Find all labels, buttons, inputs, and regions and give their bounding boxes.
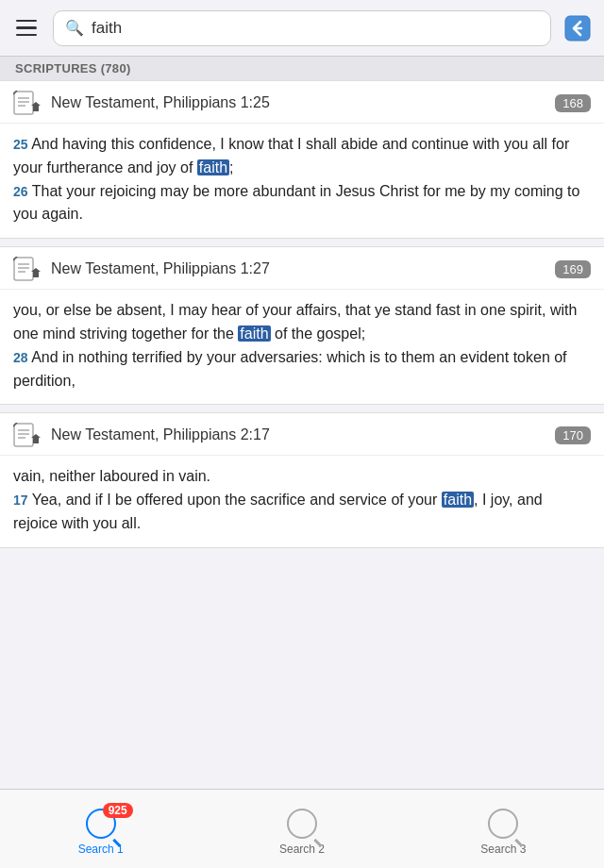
- result-count: 169: [555, 260, 591, 278]
- verse-text-2: That your rejoicing may be more abundant…: [13, 183, 579, 223]
- search-bar[interactable]: 🔍: [53, 10, 551, 46]
- result-title-group: New Testament, Philippians 1:27: [13, 257, 270, 281]
- tab-search3-icon-wrap: [488, 809, 518, 839]
- result-title-group: New Testament, Philippians 1:25: [13, 91, 270, 115]
- verse-text-2: And in nothing terrified by your adversa…: [13, 349, 567, 389]
- result-title: New Testament, Philippians 1:25: [51, 94, 270, 111]
- result-card: New Testament, Philippians 1:25 168 25 A…: [0, 80, 604, 239]
- result-title: New Testament, Philippians 1:27: [51, 260, 270, 277]
- verse-text-2: Yea, and if I be offered upon the sacrif…: [32, 492, 442, 508]
- results-list: New Testament, Philippians 1:25 168 25 A…: [0, 80, 604, 789]
- faith-highlight: faith: [197, 159, 229, 175]
- tab-bar: 925 Search 1 Search 2 Search 3: [0, 789, 604, 868]
- faith-highlight: faith: [442, 492, 474, 508]
- tab-search2[interactable]: Search 2: [201, 790, 402, 868]
- app-header: 🔍: [0, 0, 604, 57]
- verse-number: 25: [13, 137, 28, 152]
- result-header[interactable]: New Testament, Philippians 2:17 170: [0, 413, 604, 456]
- search-icon: 🔍: [65, 19, 84, 37]
- search2-icon: [287, 809, 317, 839]
- verse-number: 17: [13, 492, 28, 508]
- tab-search1[interactable]: 925 Search 1: [0, 790, 201, 868]
- result-body[interactable]: vain, neither laboured in vain. 17 Yea, …: [0, 456, 604, 546]
- result-card: New Testament, Philippians 1:27 169 you,…: [0, 246, 604, 405]
- back-button[interactable]: [561, 11, 595, 45]
- verse-text: And having this confidence, I know that …: [13, 136, 569, 175]
- verse-number: 28: [13, 350, 28, 365]
- search1-badge: 925: [103, 803, 133, 818]
- result-title-group: New Testament, Philippians 2:17: [13, 423, 270, 447]
- result-header[interactable]: New Testament, Philippians 1:27 169: [0, 247, 604, 290]
- verse-number-2: 26: [13, 184, 28, 199]
- result-card: New Testament, Philippians 2:17 170 vain…: [0, 412, 604, 547]
- result-count: 168: [555, 94, 591, 112]
- section-label: SCRIPTURES (780): [15, 61, 131, 75]
- tab-search3[interactable]: Search 3: [403, 790, 604, 868]
- section-header: SCRIPTURES (780): [0, 57, 604, 80]
- document-icon: [13, 423, 42, 447]
- tab-search2-icon-wrap: [287, 809, 317, 839]
- search3-icon: [488, 809, 518, 839]
- result-body[interactable]: you, or else be absent, I may hear of yo…: [0, 290, 604, 404]
- menu-button[interactable]: [9, 11, 43, 45]
- result-count: 170: [555, 426, 591, 444]
- verse-text-cont: of the gospel;: [271, 326, 366, 342]
- result-header[interactable]: New Testament, Philippians 1:25 168: [0, 81, 604, 124]
- result-title: New Testament, Philippians 2:17: [51, 426, 270, 443]
- result-body[interactable]: 25 And having this confidence, I know th…: [0, 124, 604, 238]
- document-icon: [13, 257, 42, 281]
- search-input[interactable]: [92, 19, 539, 38]
- verse-text-end: ;: [229, 159, 233, 175]
- document-icon: [13, 91, 42, 115]
- faith-highlight: faith: [238, 326, 270, 342]
- tab-search1-icon-wrap: 925: [86, 809, 116, 839]
- verse-text: vain, neither laboured in vain.: [13, 468, 210, 484]
